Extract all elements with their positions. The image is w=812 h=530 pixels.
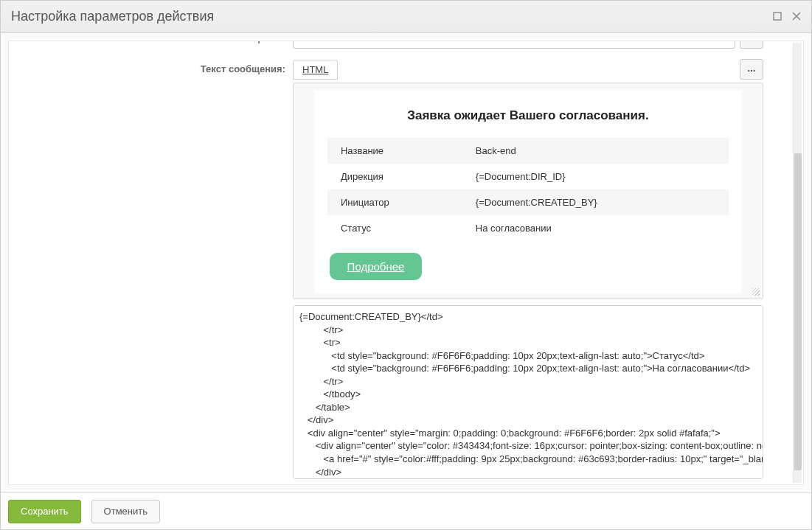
html-preview-pane: Заявка ожидает Вашего согласования. Назв… — [293, 83, 763, 299]
row-message-text: Текст сообщения: HTML ... Заявка ожидает… — [9, 59, 791, 479]
form-scroll-region: Тема сообщения: ... Текст сообщения: HTM… — [9, 41, 791, 484]
more-button[interactable]: Подробнее — [330, 253, 423, 280]
preview-cell-label: Статус — [327, 215, 462, 241]
table-row: Дирекция {=Document:DIR_ID} — [327, 164, 729, 189]
preview-more-wrap: Подробнее — [330, 253, 742, 280]
close-icon[interactable] — [792, 11, 801, 23]
form-scroll-wrap: Тема сообщения: ... Текст сообщения: HTM… — [1, 33, 811, 492]
email-preview-title: Заявка ожидает Вашего согласования. — [315, 91, 742, 138]
preview-cell-label: Название — [327, 138, 462, 164]
svg-rect-0 — [774, 13, 781, 20]
preview-cell-value: Back-end — [462, 138, 729, 164]
preview-cell-value: {=Document:CREATED_BY} — [462, 189, 729, 215]
resize-handle-icon[interactable] — [752, 288, 760, 296]
subject-picker-button[interactable]: ... — [740, 41, 763, 49]
dialog-body: Тема сообщения: ... Текст сообщения: HTM… — [1, 33, 811, 529]
save-button[interactable]: Сохранить — [8, 500, 81, 523]
preview-cell-value: На согласовании — [462, 215, 729, 241]
label-message-text: Текст сообщения: — [9, 59, 293, 74]
table-row: Инициатор {=Document:CREATED_BY} — [327, 189, 729, 215]
subject-input[interactable] — [293, 41, 735, 49]
vertical-scrollbar[interactable] — [793, 43, 802, 483]
scrollbar-thumb[interactable] — [794, 153, 802, 470]
dialog-footer: Сохранить Отменить — [1, 492, 811, 529]
email-preview: Заявка ожидает Вашего согласования. Назв… — [313, 89, 743, 295]
html-source-textarea[interactable] — [293, 305, 763, 479]
preview-cell-value: {=Document:DIR_ID} — [462, 164, 729, 189]
window-controls — [773, 11, 801, 23]
label-subject: Тема сообщения: — [9, 41, 293, 43]
titlebar: Настройка параметров действия — [1, 1, 811, 33]
cancel-button[interactable]: Отменить — [91, 500, 160, 523]
dialog-title: Настройка параметров действия — [11, 9, 214, 24]
maximize-icon[interactable] — [773, 11, 782, 23]
message-picker-button[interactable]: ... — [740, 59, 763, 80]
preview-cell-label: Инициатор — [327, 189, 462, 215]
dialog-window: Настройка параметров действия Тема сообщ… — [0, 0, 812, 530]
table-row: Статус На согласовании — [327, 215, 729, 241]
editor-tabs-line: HTML ... — [293, 59, 763, 80]
table-row: Название Back-end — [327, 138, 729, 164]
form-panel: Тема сообщения: ... Текст сообщения: HTM… — [8, 41, 804, 485]
tab-html[interactable]: HTML — [293, 60, 338, 80]
preview-cell-label: Дирекция — [327, 164, 462, 189]
row-subject: Тема сообщения: ... — [9, 41, 791, 49]
email-preview-table: Название Back-end Дирекция {=Document:DI… — [327, 138, 729, 241]
